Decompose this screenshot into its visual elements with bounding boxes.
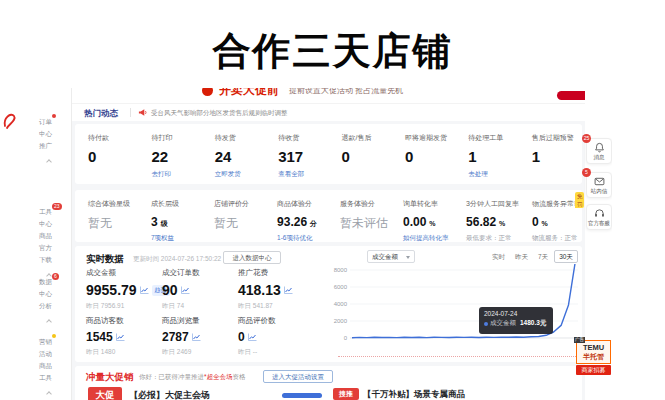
sidebar-item-活动[interactable]: 活动 xyxy=(39,350,52,359)
mail-icon xyxy=(587,176,611,188)
banner-cta-button[interactable] xyxy=(557,91,585,100)
sidebar-item-官方[interactable]: 官方 xyxy=(39,244,52,253)
stat-label: 即将逾期发货 xyxy=(405,133,455,143)
tab-30天[interactable]: 30天 xyxy=(554,250,578,263)
stat-待打印: 待打印22去打印 xyxy=(138,124,201,184)
chart-icon[interactable] xyxy=(181,286,190,295)
stat-link[interactable]: 去打印 xyxy=(151,170,201,179)
notice-title: 热门动态 xyxy=(84,108,118,120)
metric-yesterday: 昨日 -- xyxy=(238,348,276,357)
metric-label: 商品访客数 xyxy=(86,316,125,326)
stat-label: 退款/售后 xyxy=(342,133,392,143)
banner-logo-icon xyxy=(202,88,213,96)
chevron-up-icon[interactable] xyxy=(46,391,52,397)
orders-stats-card: 待付款0待打印22去打印待发货24立即发货待收货317查看全部退款/售后0即将逾… xyxy=(75,124,582,184)
chart-icon[interactable] xyxy=(116,333,125,342)
stat-link[interactable]: 查看全部 xyxy=(278,170,328,179)
promo-banner[interactable]: 开卖大促前 提前设置大促活动 抢占流量先机 xyxy=(72,88,585,104)
sidebar-item-下载[interactable]: 下载 xyxy=(39,256,52,265)
sidebar-item-推广[interactable]: 推广 xyxy=(39,142,52,151)
float-button-mail[interactable]: 站内信5 xyxy=(586,172,612,198)
notification-badge: 5 xyxy=(582,168,591,177)
sidebar-item-分析[interactable]: 分析 xyxy=(39,302,52,311)
promo-desc: 你好：已获得冲量推进*超全会场资格 xyxy=(139,373,246,382)
metric-label: 商品评价数 xyxy=(238,316,276,326)
metric-value-row: 418.13 xyxy=(238,282,293,298)
sidebar-item-工具[interactable]: 工具 xyxy=(39,208,52,217)
stat-value: 1 xyxy=(468,148,518,165)
metric-value: 418.13 xyxy=(238,282,281,298)
left-sidebar: 订单中心推广23工具中心商品官方下载6数据中心分析营销活动商品工具 xyxy=(28,88,72,400)
metric-value-row: 9955.79趋势 xyxy=(86,282,170,298)
sidebar-item-营销[interactable]: 营销 xyxy=(39,338,52,347)
stat-value: 暂无 xyxy=(214,215,264,232)
stat-3分钟人工回复率: 3分钟人工回复率56.82 %最低要求：正常 xyxy=(453,190,519,243)
temu-recruit-button[interactable]: 商家招募 xyxy=(576,365,611,375)
series-dot-icon xyxy=(484,322,488,326)
y-tick: 0 xyxy=(325,335,347,341)
chart-icon[interactable] xyxy=(192,333,201,342)
chart-icon[interactable] xyxy=(248,333,257,342)
promo-tag: 搜推 xyxy=(333,388,359,400)
chart-metric-select[interactable]: 成交金额 xyxy=(367,250,415,263)
stat-label: 售后过期预警 xyxy=(532,133,582,143)
stat-value: 暂无 xyxy=(88,215,138,232)
banner-desc: 提前设置大促活动 抢占流量先机 xyxy=(289,88,403,95)
stat-value: 0.00 % xyxy=(403,215,453,229)
stat-link[interactable]: 1-6项待优化 xyxy=(277,234,327,243)
metric-value-row: 0 xyxy=(238,330,276,344)
ad-tag: 广告 xyxy=(574,337,585,343)
stat-link[interactable]: 去处理 xyxy=(468,170,518,179)
temu-ad[interactable]: 广告 TEMU 半托管 商家招募 xyxy=(576,340,611,375)
promo-item-text[interactable]: 【必报】大促主会场 xyxy=(129,389,210,400)
promo-settings-button[interactable]: 进入大促活动设置 xyxy=(263,370,333,383)
chart-icon[interactable] xyxy=(284,286,293,295)
nav-badge-dot xyxy=(52,114,56,118)
y-tick: 6000 xyxy=(325,284,347,290)
stat-link[interactable]: 立即发货 xyxy=(215,170,265,179)
stat-成长层级: 成长层级3 级7项权益 xyxy=(138,190,201,243)
sidebar-item-中心[interactable]: 中心 xyxy=(39,220,52,229)
enter-datacenter-button[interactable]: 进入数据中心 xyxy=(223,251,281,264)
update-time: 更新时间 2024-07-26 17:50:22 xyxy=(133,255,221,264)
sidebar-item-中心[interactable]: 中心 xyxy=(39,290,52,299)
stat-link[interactable]: 如何提高转化率 xyxy=(403,234,453,243)
tab-7天[interactable]: 7天 xyxy=(534,250,552,263)
metric-推广花费: 推广花费418.13昨日 541.87 xyxy=(238,268,293,311)
sidebar-item-商品[interactable]: 商品 xyxy=(39,362,52,371)
red-scribble-annotation xyxy=(1,104,21,130)
tooltip-series: 成交金额 xyxy=(490,319,516,328)
stat-label: 商品体验分 xyxy=(277,199,327,209)
stat-sub: 最低要求：正常 xyxy=(466,234,519,243)
metric-value: 0 xyxy=(238,330,245,344)
stat-value: 22 xyxy=(151,148,201,165)
chevron-up-icon[interactable] xyxy=(46,319,52,325)
nav-badge: 23 xyxy=(52,203,62,210)
promo-tag: 大促 xyxy=(88,387,122,400)
megaphone-icon xyxy=(138,108,147,117)
chart-icon[interactable] xyxy=(140,286,149,295)
float-button-service[interactable]: 官方客服 xyxy=(586,204,612,230)
promo-item-text[interactable]: 【千万补贴】场景专属商品 xyxy=(363,389,465,400)
stat-商品体验分: 商品体验分93.26 分1-6项待优化 xyxy=(264,190,327,243)
stat-label: 待收货 xyxy=(278,133,328,143)
sidebar-item-工具[interactable]: 工具 xyxy=(39,374,52,383)
float-button-bell[interactable]: 消息25 xyxy=(586,138,612,164)
sidebar-item-中心[interactable]: 中心 xyxy=(39,130,52,139)
sidebar-item-订单[interactable]: 订单 xyxy=(39,118,52,127)
sidebar-item-数据[interactable]: 数据 xyxy=(39,278,52,287)
sidebar-item-商品[interactable]: 商品 xyxy=(39,232,52,241)
stat-unit: 分 xyxy=(308,220,317,227)
metric-label: 商品浏览量 xyxy=(162,316,201,326)
metric-商品访客数: 商品访客数1545昨日 1480 xyxy=(86,316,125,357)
float-label: 消息 xyxy=(587,154,611,161)
tab-昨天[interactable]: 昨天 xyxy=(511,250,532,263)
notice-text[interactable]: 受台风天气影响部分地区发货售后规则临时调整 xyxy=(151,109,288,118)
stat-待付款: 待付款0 xyxy=(75,124,138,184)
chevron-up-icon[interactable] xyxy=(46,159,52,165)
stat-link[interactable]: 7项权益 xyxy=(151,234,201,243)
stat-退款/售后: 退款/售后0 xyxy=(329,124,392,184)
stat-label: 综合体验星级 xyxy=(88,199,138,209)
stat-value: 0 xyxy=(405,148,455,165)
tab-实时[interactable]: 实时 xyxy=(488,250,509,263)
